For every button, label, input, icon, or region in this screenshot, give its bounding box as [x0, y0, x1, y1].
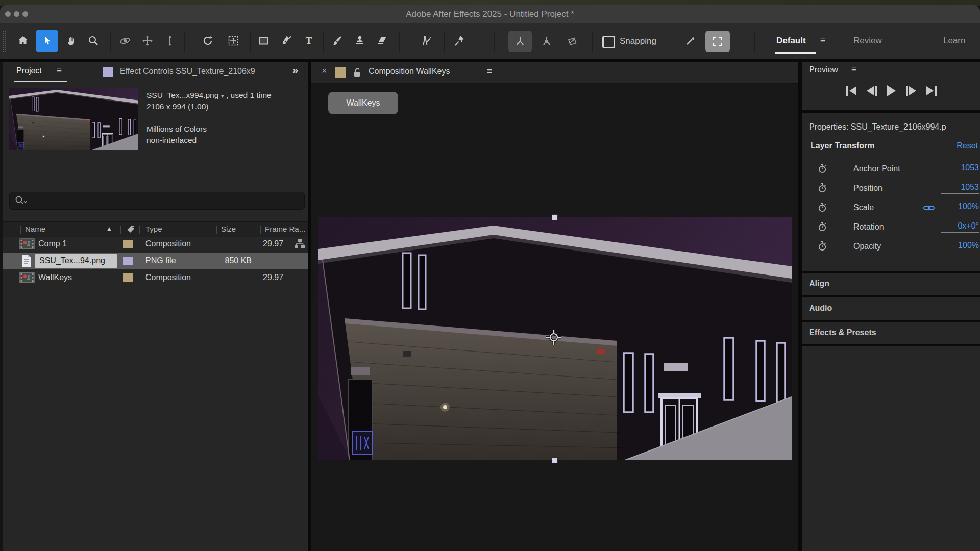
composition-panel-menu-icon[interactable]: ≡ [487, 66, 492, 77]
selection-tool-button[interactable] [36, 30, 58, 52]
property-value[interactable]: 0x+0° [941, 221, 979, 233]
table-row-ssu-texture[interactable]: SSU_Tex...94.png PNG file 850 KB [3, 253, 310, 269]
panel-overflow-icon[interactable]: » [292, 64, 298, 76]
property-label[interactable]: Anchor Point [853, 164, 900, 173]
property-value[interactable]: 1053 [941, 183, 979, 194]
expand-view-button[interactable] [705, 31, 730, 52]
rectangle-tool-button[interactable] [254, 30, 274, 52]
title-bar: Adobe After Effects 2025 - Untitled Proj… [0, 5, 980, 24]
column-divider[interactable] [139, 226, 140, 234]
hand-tool-button[interactable] [62, 30, 82, 52]
stopwatch-icon[interactable] [817, 240, 828, 253]
anchor-point-icon[interactable] [546, 329, 562, 345]
toolbar-separator [399, 31, 400, 52]
table-row-wallkeys[interactable]: WallKeys Composition 29.97 [3, 269, 310, 286]
dropdown-icon[interactable]: ▾ [221, 92, 224, 99]
column-frame-rate[interactable]: Frame Ra... [265, 224, 305, 233]
row-label-swatch[interactable] [123, 257, 133, 265]
composition-label-swatch[interactable] [335, 67, 346, 78]
preview-panel-menu-icon[interactable]: ≡ [851, 65, 856, 75]
puppet-pin-tool-button[interactable] [449, 30, 470, 52]
composition-mini-flowchart-button[interactable]: WallKeys [328, 92, 398, 114]
property-value[interactable]: 100% [941, 241, 979, 252]
property-label[interactable]: Scale [853, 203, 874, 212]
project-panel-menu-icon[interactable]: ≡ [57, 66, 62, 76]
previous-frame-button[interactable] [867, 84, 877, 97]
tab-preview[interactable]: Preview [809, 65, 838, 74]
sort-ascending-icon[interactable]: ▲ [106, 225, 112, 232]
layer-handle-bottom[interactable] [552, 457, 558, 463]
link-dimensions-icon[interactable] [923, 203, 935, 212]
reset-button[interactable]: Reset [957, 141, 978, 151]
tab-project[interactable]: Project [16, 66, 42, 76]
property-label[interactable]: Rotation [853, 222, 884, 232]
column-divider[interactable] [20, 226, 21, 234]
row-name[interactable]: Comp 1 [38, 239, 67, 248]
flowchart-icon[interactable] [293, 238, 306, 251]
unlock-icon[interactable] [352, 67, 363, 78]
next-frame-button[interactable] [906, 84, 916, 97]
property-value[interactable]: 1053 [941, 163, 979, 174]
type-tool-button[interactable]: T [299, 30, 318, 52]
row-label-swatch[interactable] [123, 273, 133, 282]
workspace-tab-default[interactable]: Default [776, 36, 806, 46]
stopwatch-icon[interactable] [817, 182, 828, 194]
column-divider[interactable] [120, 226, 121, 234]
panel-align[interactable]: Align [802, 273, 980, 295]
workspace-tab-learn[interactable]: Learn [943, 36, 965, 46]
project-search-field[interactable] [9, 192, 305, 210]
stopwatch-icon[interactable] [817, 202, 828, 214]
footage-filename[interactable]: SSU_Tex...x994.png [146, 91, 218, 99]
property-label[interactable]: Opacity [853, 242, 881, 251]
row-label-swatch[interactable] [123, 240, 133, 248]
layer-handle-top[interactable] [552, 214, 558, 220]
panel-divider[interactable] [798, 62, 802, 551]
world-axis-mode-button[interactable] [535, 31, 558, 52]
first-frame-button[interactable] [846, 84, 856, 97]
pen-tool-button[interactable] [277, 30, 296, 52]
column-divider[interactable] [260, 226, 261, 234]
table-row-comp1[interactable]: Comp 1 Composition 29.97 [3, 236, 310, 253]
clone-stamp-tool-button[interactable] [350, 30, 370, 52]
workspace-menu-icon[interactable]: ≡ [820, 36, 825, 46]
tab-effect-controls[interactable]: Effect Controls SSU_Texture_2106x9 [120, 67, 287, 76]
view-axis-mode-button[interactable] [560, 31, 584, 52]
zoom-tool-button[interactable] [84, 30, 103, 52]
panel-effects-presets[interactable]: Effects & Presets [802, 322, 980, 344]
project-tab-underline [14, 81, 67, 82]
layer-transform-group[interactable]: Layer Transform [811, 141, 874, 151]
snapping-checkbox[interactable] [602, 36, 615, 48]
stopwatch-icon[interactable] [817, 163, 828, 175]
brush-tool-button[interactable] [328, 30, 347, 52]
row-name[interactable]: WallKeys [38, 273, 72, 282]
local-axis-mode-button[interactable] [508, 31, 532, 52]
column-type[interactable]: Type [145, 224, 162, 233]
workspace-tab-review[interactable]: Review [853, 36, 882, 46]
row-name-cell-selected[interactable]: SSU_Tex...94.png [35, 254, 117, 268]
stopwatch-icon[interactable] [817, 221, 828, 233]
snap-options-button[interactable] [681, 30, 700, 52]
column-size[interactable]: Size [221, 224, 236, 233]
dolly-camera-tool-button[interactable] [160, 30, 180, 52]
property-label[interactable]: Position [853, 184, 883, 193]
pan-behind-tool-button[interactable] [224, 30, 243, 52]
panel-audio[interactable]: Audio [802, 297, 980, 320]
orbit-camera-tool-button[interactable] [115, 30, 135, 52]
rotation-tool-button[interactable] [198, 30, 217, 52]
toolbar-grip[interactable] [3, 31, 6, 52]
close-tab-icon[interactable]: × [322, 66, 327, 77]
tab-composition-wallkeys[interactable]: Composition WallKeys [369, 67, 450, 76]
row-name[interactable]: SSU_Tex...94.png [39, 256, 105, 265]
panel-divider[interactable] [308, 62, 311, 551]
roto-brush-tool-button[interactable] [415, 30, 438, 52]
home-tool-button[interactable] [13, 30, 33, 52]
last-frame-button[interactable] [926, 84, 937, 97]
pan-camera-tool-button[interactable] [138, 30, 157, 52]
play-button[interactable] [887, 84, 896, 97]
eraser-tool-button[interactable] [373, 30, 392, 52]
label-color-column-icon[interactable] [126, 224, 136, 235]
property-value[interactable]: 100% [941, 202, 979, 213]
properties-panel-title[interactable]: Properties: SSU_Texture_2106x994.p [809, 122, 980, 132]
column-divider[interactable] [216, 226, 217, 234]
column-name[interactable]: Name [25, 224, 45, 233]
